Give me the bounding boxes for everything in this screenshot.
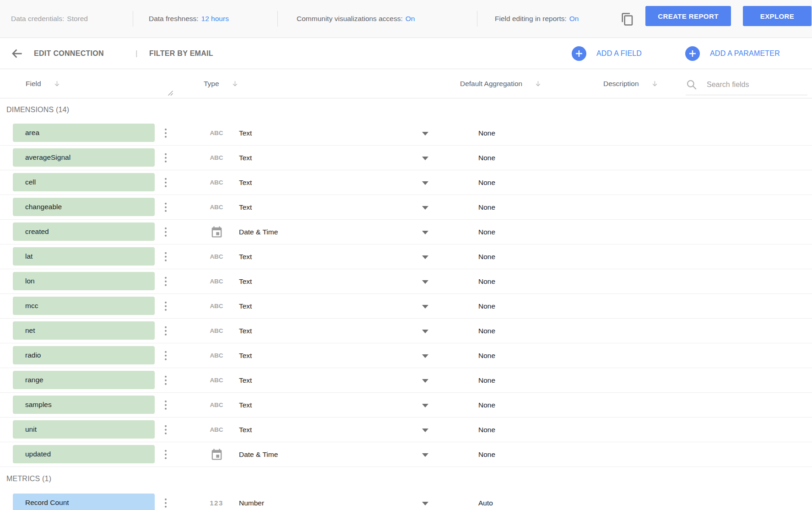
field-name-chip[interactable]: samples — [13, 396, 155, 414]
field-type-select[interactable] — [204, 195, 433, 219]
back-button[interactable] — [10, 38, 24, 69]
copy-data-source-button[interactable] — [619, 11, 636, 27]
explore-button[interactable]: EXPLORE — [743, 6, 812, 26]
field-row: unit ABC 123 Text None — [0, 418, 812, 442]
default-aggregation-value[interactable]: None — [478, 121, 495, 145]
data-credentials-label: Data credentials: — [11, 15, 64, 23]
type-dropdown-arrow-icon[interactable] — [422, 330, 428, 333]
default-aggregation-value[interactable]: None — [478, 269, 495, 293]
field-options-menu-icon[interactable] — [161, 449, 170, 460]
type-dropdown-arrow-icon[interactable] — [422, 404, 428, 407]
field-options-menu-icon[interactable] — [161, 497, 170, 509]
column-resize-handle[interactable] — [167, 89, 173, 98]
field-name-chip[interactable]: Record Count — [13, 494, 155, 510]
type-dropdown-arrow-icon[interactable] — [422, 453, 428, 457]
field-options-menu-icon[interactable] — [161, 276, 170, 287]
number-type-icon: 123 — [210, 499, 223, 507]
field-options-menu-icon[interactable] — [161, 152, 170, 163]
data-freshness-status[interactable]: Data freshness: 12 hours — [149, 0, 229, 38]
field-type-icon-wrap: ABC 123 — [204, 244, 229, 269]
field-type-select[interactable] — [204, 244, 433, 269]
filter-by-email-button[interactable]: FILTER BY EMAIL — [149, 38, 213, 69]
field-type-select[interactable] — [204, 170, 433, 195]
field-name-chip[interactable]: updated — [13, 445, 155, 463]
field-type-label: Text — [239, 244, 252, 269]
field-type-select[interactable] — [204, 121, 433, 145]
type-dropdown-arrow-icon[interactable] — [422, 157, 428, 160]
field-name-chip[interactable]: radio — [13, 346, 155, 364]
default-aggregation-value[interactable]: None — [478, 343, 495, 368]
field-options-menu-icon[interactable] — [161, 226, 170, 238]
field-type-select[interactable] — [204, 269, 433, 293]
field-type-select[interactable] — [204, 368, 433, 392]
field-type-select[interactable] — [204, 294, 433, 318]
default-aggregation-value[interactable]: None — [478, 393, 495, 417]
field-type-select[interactable] — [204, 319, 433, 343]
default-aggregation-value[interactable]: None — [478, 146, 495, 170]
data-credentials-status[interactable]: Data credentials: Stored — [11, 0, 88, 38]
default-aggregation-value[interactable]: None — [478, 220, 495, 244]
field-name-chip[interactable]: range — [13, 371, 155, 389]
add-a-field-button[interactable]: ADD A FIELD — [572, 38, 642, 69]
type-dropdown-arrow-icon[interactable] — [422, 280, 428, 284]
field-name-chip[interactable]: cell — [13, 173, 155, 191]
type-dropdown-arrow-icon[interactable] — [422, 206, 428, 210]
field-name-chip[interactable]: net — [13, 321, 155, 340]
field-type-select[interactable] — [204, 491, 433, 510]
column-header-type[interactable]: Type — [204, 69, 239, 98]
type-dropdown-arrow-icon[interactable] — [422, 231, 428, 234]
field-name-chip[interactable]: created — [13, 222, 155, 241]
create-report-button[interactable]: CREATE REPORT — [645, 6, 731, 26]
field-name-chip[interactable]: averageSignal — [13, 148, 155, 167]
default-aggregation-value[interactable]: None — [478, 294, 495, 318]
text-type-icon: ABC — [210, 154, 223, 161]
add-a-parameter-button[interactable]: ADD A PARAMETER — [685, 38, 780, 69]
field-type-select[interactable] — [204, 393, 433, 417]
type-dropdown-arrow-icon[interactable] — [422, 379, 428, 383]
field-name-chip[interactable]: area — [13, 124, 155, 142]
type-dropdown-arrow-icon[interactable] — [422, 354, 428, 358]
type-dropdown-arrow-icon[interactable] — [422, 132, 428, 136]
type-dropdown-arrow-icon[interactable] — [422, 502, 428, 505]
field-options-menu-icon[interactable] — [161, 350, 170, 361]
column-header-description[interactable]: Description — [603, 69, 659, 98]
column-header-field[interactable]: Field — [26, 69, 61, 98]
default-aggregation-value[interactable]: None — [478, 170, 495, 195]
default-aggregation-value[interactable]: None — [478, 195, 495, 219]
column-header-default-aggregation[interactable]: Default Aggregation — [460, 69, 542, 98]
type-dropdown-arrow-icon[interactable] — [422, 255, 428, 259]
field-type-select[interactable] — [204, 418, 433, 442]
field-type-select[interactable] — [204, 343, 433, 368]
field-options-menu-icon[interactable] — [161, 177, 170, 188]
field-name-chip[interactable]: lon — [13, 272, 155, 290]
field-name-chip[interactable]: mcc — [13, 297, 155, 315]
search-fields-input[interactable] — [706, 80, 795, 89]
type-dropdown-arrow-icon[interactable] — [422, 429, 428, 432]
text-type-icon: ABC — [210, 426, 223, 433]
field-type-select[interactable] — [204, 146, 433, 170]
default-aggregation-value[interactable]: None — [478, 244, 495, 269]
field-type-select[interactable] — [204, 220, 433, 244]
field-options-menu-icon[interactable] — [161, 325, 170, 336]
field-options-menu-icon[interactable] — [161, 399, 170, 411]
default-aggregation-value[interactable]: None — [478, 319, 495, 343]
default-aggregation-value[interactable]: None — [478, 368, 495, 392]
default-aggregation-value[interactable]: None — [478, 418, 495, 442]
type-dropdown-arrow-icon[interactable] — [422, 181, 428, 185]
default-aggregation-value[interactable]: Auto — [478, 491, 493, 510]
field-options-menu-icon[interactable] — [161, 251, 170, 262]
edit-connection-button[interactable]: EDIT CONNECTION — [34, 38, 104, 69]
field-name-chip[interactable]: lat — [13, 247, 155, 266]
field-options-menu-icon[interactable] — [161, 374, 170, 386]
field-options-menu-icon[interactable] — [161, 300, 170, 312]
field-name-chip[interactable]: unit — [13, 420, 155, 439]
field-name-chip[interactable]: changeable — [13, 198, 155, 216]
field-type-select[interactable] — [204, 442, 433, 467]
field-options-menu-icon[interactable] — [161, 424, 170, 435]
default-aggregation-value[interactable]: None — [478, 442, 495, 467]
field-editing-status[interactable]: Field editing in reports: On — [495, 0, 579, 38]
community-visualizations-status[interactable]: Community visualizations access: On — [297, 0, 415, 38]
type-dropdown-arrow-icon[interactable] — [422, 305, 428, 309]
field-options-menu-icon[interactable] — [161, 127, 170, 139]
field-options-menu-icon[interactable] — [161, 201, 170, 213]
